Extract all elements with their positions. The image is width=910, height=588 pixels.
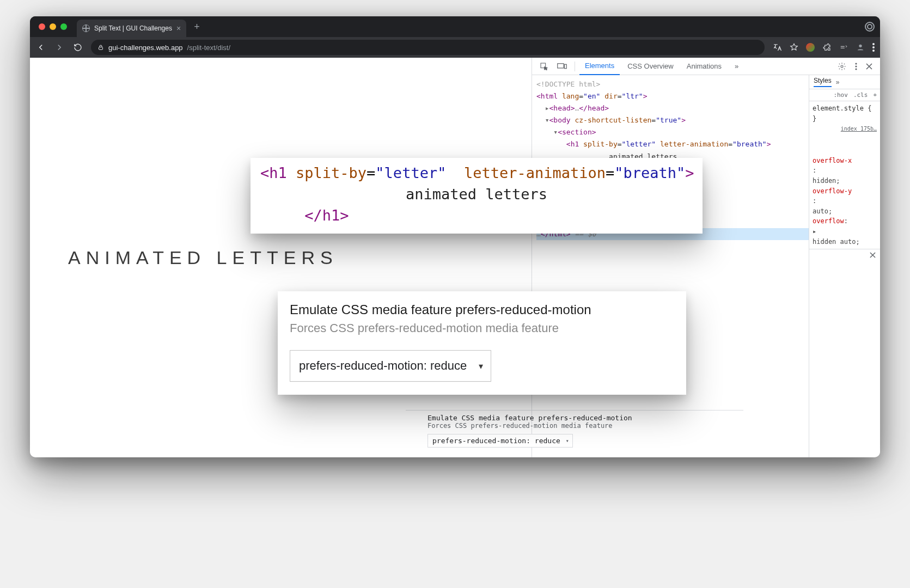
- settings-gear-icon[interactable]: [834, 60, 850, 73]
- head-line[interactable]: ▸<head>…</head>: [536, 102, 809, 114]
- tab-title: Split Text | GUI Challenges: [94, 24, 172, 32]
- tab-styles[interactable]: Styles: [814, 77, 832, 87]
- zoom-rendering-title: Emulate CSS media feature prefers-reduce…: [290, 301, 674, 318]
- styles-pane: Styles » :hov .cls + element.style { } i…: [809, 75, 880, 457]
- rendering-subtitle: Forces CSS prefers-reduced-motion media …: [427, 422, 722, 430]
- devtools-close-icon[interactable]: [863, 61, 876, 72]
- rule-element-style: element.style {: [813, 103, 877, 114]
- zoom-rendering-subtitle: Forces CSS prefers-reduced-motion media …: [290, 320, 674, 337]
- svg-point-8: [841, 65, 843, 68]
- prop-overflow-x: overflow-x : hidden;: [813, 156, 877, 186]
- tab-elements[interactable]: Elements: [579, 58, 620, 75]
- address-bar: gui-challenges.web.app/split-text/dist/: [30, 37, 880, 58]
- extensions-puzzle-icon[interactable]: [822, 43, 831, 52]
- reload-button[interactable]: [72, 43, 83, 52]
- url-path: /split-text/dist/: [187, 44, 230, 52]
- styles-toolbar: :hov .cls +: [809, 89, 880, 101]
- kebab-menu-button[interactable]: [872, 43, 875, 52]
- svg-rect-6: [558, 63, 564, 68]
- url-host: gui-challenges.web.app: [108, 44, 183, 52]
- page-viewport: ANIMATED LETTERS: [30, 58, 532, 457]
- styles-rules[interactable]: element.style { } index 175b… overflow-x…: [809, 101, 880, 249]
- hov-toggle[interactable]: :hov: [833, 91, 848, 99]
- section-line[interactable]: ▾<section>: [536, 126, 809, 138]
- drawer-close-row: [809, 249, 880, 261]
- svg-point-4: [872, 50, 875, 52]
- rendering-drawer: Emulate CSS media feature prefers-reduce…: [406, 410, 743, 453]
- devtools-body: <!DOCTYPE html> <html lang="en" dir="ltr…: [532, 75, 880, 457]
- zoom-rendering-select[interactable]: prefers-reduced-motion: reduce: [290, 350, 491, 382]
- svg-rect-7: [565, 64, 567, 69]
- dom-tree[interactable]: <!DOCTYPE html> <html lang="en" dir="ltr…: [532, 75, 809, 457]
- minimize-window-button[interactable]: [50, 23, 56, 30]
- close-tab-button[interactable]: ×: [176, 24, 181, 32]
- svg-point-9: [855, 63, 857, 64]
- svg-point-1: [859, 45, 862, 47]
- devtools-panel: Elements CSS Overview Animations » <!: [532, 58, 880, 457]
- profile-icon[interactable]: [865, 22, 875, 32]
- prop-overflow: overflow: ▸ hidden auto;: [813, 216, 877, 247]
- zoom-rendering-callout: Emulate CSS media feature prefers-reduce…: [278, 291, 686, 395]
- divider: [575, 62, 575, 71]
- rendering-select[interactable]: prefers-reduced-motion: reduce: [427, 434, 573, 448]
- zoom-h1-open: <h1 split-by="letter" letter-animation="…: [260, 162, 693, 183]
- bookmark-star-icon[interactable]: [790, 43, 798, 52]
- svg-rect-0: [99, 47, 103, 50]
- source-link[interactable]: index 175b…: [841, 126, 877, 132]
- browser-tab[interactable]: Split Text | GUI Challenges ×: [77, 20, 186, 37]
- extension-avatar-icon[interactable]: [856, 43, 865, 52]
- maximize-window-button[interactable]: [60, 23, 67, 30]
- svg-point-2: [872, 43, 875, 45]
- content-area: ANIMATED LETTERS Elements CSS Overview A…: [30, 58, 880, 457]
- h1-open-line[interactable]: <h1 split-by="letter" letter-animation="…: [536, 138, 809, 150]
- url-field[interactable]: gui-challenges.web.app/split-text/dist/: [91, 40, 765, 55]
- new-rule-button[interactable]: +: [873, 91, 877, 99]
- close-window-button[interactable]: [39, 23, 45, 30]
- svg-point-11: [855, 68, 857, 70]
- rendering-title: Emulate CSS media feature prefers-reduce…: [427, 414, 722, 422]
- inspect-element-icon[interactable]: [536, 60, 552, 73]
- back-button[interactable]: [35, 42, 46, 52]
- styles-more[interactable]: »: [836, 78, 840, 86]
- hero-heading: ANIMATED LETTERS: [68, 247, 338, 268]
- lock-icon: [97, 44, 104, 51]
- svg-point-3: [872, 46, 875, 48]
- doctype-line: <!DOCTYPE html>: [536, 80, 600, 88]
- prop-overflow-y: overflow-y : auto;: [813, 186, 877, 217]
- toolbar-extensions: [772, 42, 875, 52]
- media-icon[interactable]: [839, 44, 848, 51]
- html-open-line[interactable]: <html lang="en" dir="ltr">: [536, 90, 809, 102]
- devtools-kebab-icon[interactable]: [852, 60, 860, 72]
- cls-toggle[interactable]: .cls: [853, 91, 868, 99]
- zoom-rendering-select-value: prefers-reduced-motion: reduce: [299, 357, 467, 375]
- tabs-overflow[interactable]: »: [729, 58, 744, 75]
- device-toggle-icon[interactable]: [554, 60, 570, 72]
- tab-strip: Split Text | GUI Challenges × +: [30, 16, 880, 37]
- favicon-globe-icon: [82, 24, 90, 32]
- tab-animations[interactable]: Animations: [681, 58, 727, 75]
- forward-button[interactable]: [54, 42, 65, 52]
- zoom-h1-text: animated letters: [260, 183, 693, 205]
- window-controls: [39, 23, 67, 30]
- styles-tabs: Styles »: [809, 75, 880, 89]
- zoom-h1-close: </h1>: [260, 205, 693, 226]
- devtools-tab-bar: Elements CSS Overview Animations »: [532, 58, 880, 75]
- zoom-code-callout: <h1 split-by="letter" letter-animation="…: [251, 158, 703, 234]
- extension-icon[interactable]: [806, 43, 815, 52]
- body-line[interactable]: ▾<body cz-shortcut-listen="true">: [536, 114, 809, 126]
- rule-element-style-close: }: [813, 114, 877, 124]
- tab-css-overview[interactable]: CSS Overview: [622, 58, 679, 75]
- translate-icon[interactable]: [772, 42, 782, 52]
- svg-point-10: [855, 65, 857, 67]
- drawer-close-icon[interactable]: [870, 252, 876, 258]
- new-tab-button[interactable]: +: [191, 21, 203, 33]
